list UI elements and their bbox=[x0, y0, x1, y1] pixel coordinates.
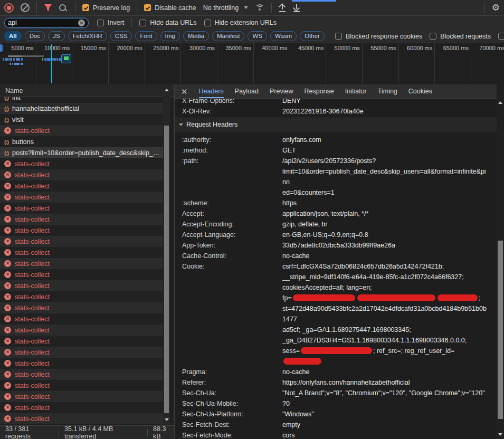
scrollbar-thumb[interactable] bbox=[498, 241, 503, 419]
error-icon: ✕ bbox=[4, 171, 11, 178]
type-filter-manifest[interactable]: Manifest bbox=[212, 31, 244, 41]
request-row[interactable]: ✕stats-collect bbox=[0, 413, 163, 424]
throttling-dropdown[interactable]: No throttling bbox=[203, 4, 248, 12]
request-headers-section-header[interactable]: Request Headers bbox=[175, 118, 497, 131]
filter-icon[interactable] bbox=[44, 4, 52, 12]
request-row[interactable]: (:)hannahelizabethofficial bbox=[0, 103, 163, 114]
request-row[interactable]: ✕stats-collect bbox=[0, 258, 163, 269]
tab-payload[interactable]: Payload bbox=[235, 84, 259, 98]
header-value-text: "Not_A Brand";v="8", "Chromium";v="120",… bbox=[282, 389, 485, 397]
checkbox-checked-icon[interactable] bbox=[82, 4, 89, 11]
checkbox-checked-icon[interactable] bbox=[144, 4, 151, 11]
request-row[interactable]: ✕stats-collect bbox=[0, 247, 163, 258]
type-filter-other[interactable]: Other bbox=[300, 31, 325, 41]
type-filter-media[interactable]: Media bbox=[183, 31, 209, 41]
checkbox-unchecked-icon[interactable] bbox=[139, 20, 146, 26]
header-value-line: onlyfans.com bbox=[282, 135, 487, 145]
scroll-down-icon[interactable] bbox=[165, 418, 169, 421]
clear-button[interactable] bbox=[21, 3, 30, 12]
checkbox-unchecked-icon[interactable] bbox=[498, 33, 504, 40]
checkbox-invert[interactable]: Invert bbox=[97, 19, 124, 26]
disable-cache-checkbox[interactable]: Disable cache bbox=[144, 4, 196, 12]
tab-preview[interactable]: Preview bbox=[270, 84, 293, 98]
request-row[interactable]: ✕stats-collect bbox=[0, 269, 163, 280]
tab-initiator[interactable]: Initiator bbox=[345, 84, 367, 98]
request-row[interactable]: (:)buttons bbox=[0, 136, 163, 147]
header-name: :path: bbox=[182, 156, 282, 198]
request-row[interactable]: ✕stats-collect bbox=[0, 380, 163, 391]
request-row[interactable]: ✕stats-collect bbox=[0, 280, 163, 291]
type-filter-css[interactable]: CSS bbox=[110, 31, 132, 41]
checkbox-3rd-party-requests[interactable]: 3rd-party requests bbox=[498, 33, 504, 40]
request-row[interactable]: ✕stats-collect bbox=[0, 369, 163, 380]
settings-gear-icon[interactable]: ⚙ bbox=[492, 3, 500, 12]
request-row[interactable]: ✕stats-collect bbox=[0, 358, 163, 369]
timeline-column: 50000 ms bbox=[326, 43, 363, 84]
header-row: Accept:application/json, text/plain, */* bbox=[175, 208, 497, 219]
checkbox-blocked-requests[interactable]: Blocked requests bbox=[430, 33, 491, 40]
network-overview[interactable]: 5000 ms10000 ms15000 ms20000 ms25000 ms3… bbox=[0, 43, 504, 85]
import-har-icon[interactable] bbox=[279, 4, 286, 12]
request-row[interactable]: ✕stats-collect bbox=[0, 192, 163, 203]
scroll-up-icon[interactable] bbox=[498, 101, 502, 104]
export-har-icon[interactable] bbox=[293, 4, 300, 12]
request-row[interactable]: ✕stats-collect bbox=[0, 336, 163, 347]
request-row[interactable]: ✕stats-collect bbox=[0, 236, 163, 247]
scrollbar-thumb[interactable] bbox=[164, 126, 169, 413]
request-row[interactable]: ✕stats-collect bbox=[0, 347, 163, 358]
record-button[interactable] bbox=[4, 3, 14, 13]
request-row[interactable]: ✕stats-collect bbox=[0, 325, 163, 336]
request-row[interactable]: (:)visit bbox=[0, 114, 163, 125]
network-conditions-icon[interactable] bbox=[255, 4, 264, 12]
type-filter-ws[interactable]: WS bbox=[248, 31, 267, 41]
type-filter-doc[interactable]: Doc bbox=[25, 31, 45, 41]
request-row[interactable]: ✕stats-collect bbox=[0, 313, 163, 325]
close-icon[interactable]: ✕ bbox=[181, 88, 188, 96]
request-row[interactable]: ✕stats-collect bbox=[0, 125, 163, 136]
request-row[interactable]: ✕stats-collect bbox=[0, 158, 163, 169]
request-row[interactable]: (:)init bbox=[0, 97, 163, 103]
header-row: Sec-Ch-Ua:"Not_A Brand";v="8", "Chromium… bbox=[175, 388, 497, 398]
request-row[interactable]: ✕stats-collect bbox=[0, 302, 163, 313]
checkbox-unchecked-icon[interactable] bbox=[204, 20, 211, 26]
scroll-up-icon[interactable] bbox=[165, 89, 169, 91]
checkbox-hide-extension-urls[interactable]: Hide extension URLs bbox=[204, 19, 277, 26]
clear-filter-icon[interactable]: ✕ bbox=[78, 20, 85, 26]
overview-start-handle[interactable] bbox=[0, 44, 3, 52]
request-row[interactable]: ✕stats-collect bbox=[0, 225, 163, 236]
request-row[interactable]: ✕stats-collect bbox=[0, 180, 163, 192]
preserve-log-checkbox[interactable]: Preserve log bbox=[82, 4, 130, 12]
type-filter-wasm[interactable]: Wasm bbox=[270, 31, 297, 41]
request-row[interactable]: (:)posts?limit=10&order=publish_date_des… bbox=[0, 147, 163, 158]
request-row[interactable]: ✕stats-collect bbox=[0, 203, 163, 214]
tab-response[interactable]: Response bbox=[304, 84, 334, 98]
checkbox-blocked-response-cookies[interactable]: Blocked response cookies bbox=[335, 33, 422, 40]
checkbox-unchecked-icon[interactable] bbox=[430, 33, 436, 40]
checkbox-hide-data-urls[interactable]: Hide data URLs bbox=[139, 19, 196, 26]
request-row[interactable]: ✕stats-collect bbox=[0, 391, 163, 402]
type-filter-font[interactable]: Font bbox=[135, 31, 157, 41]
type-filter-img[interactable]: Img bbox=[160, 31, 180, 41]
type-filter-fetch-xhr[interactable]: Fetch/XHR bbox=[68, 31, 107, 41]
scroll-down-icon[interactable] bbox=[498, 433, 502, 436]
error-icon: ✕ bbox=[4, 382, 11, 389]
detail-scrollbar[interactable] bbox=[497, 84, 504, 439]
request-row[interactable]: ✕stats-collect bbox=[0, 214, 163, 225]
request-row[interactable]: ✕stats-collect bbox=[0, 402, 163, 413]
request-row[interactable]: ✕stats-collect bbox=[0, 169, 163, 180]
tab-cookies[interactable]: Cookies bbox=[408, 84, 432, 98]
type-filter-js[interactable]: JS bbox=[48, 31, 64, 41]
type-filter-all[interactable]: All bbox=[4, 31, 22, 41]
filter-input[interactable] bbox=[8, 19, 78, 26]
waterfall-bar bbox=[16, 58, 20, 61]
checkbox-unchecked-icon[interactable] bbox=[97, 20, 104, 26]
tab-headers[interactable]: Headers bbox=[199, 84, 224, 98]
search-icon[interactable] bbox=[59, 4, 66, 11]
request-row[interactable]: ✕stats-collect bbox=[0, 291, 163, 302]
request-list-scrollbar[interactable] bbox=[163, 84, 170, 425]
header-name: Referer: bbox=[182, 377, 282, 388]
tab-timing[interactable]: Timing bbox=[378, 84, 397, 98]
name-column-header[interactable]: Name bbox=[0, 84, 174, 97]
header-value-line: ad5cf; _ga=GA1.1.689275447.1698003345; bbox=[282, 325, 487, 335]
checkbox-unchecked-icon[interactable] bbox=[335, 33, 342, 40]
